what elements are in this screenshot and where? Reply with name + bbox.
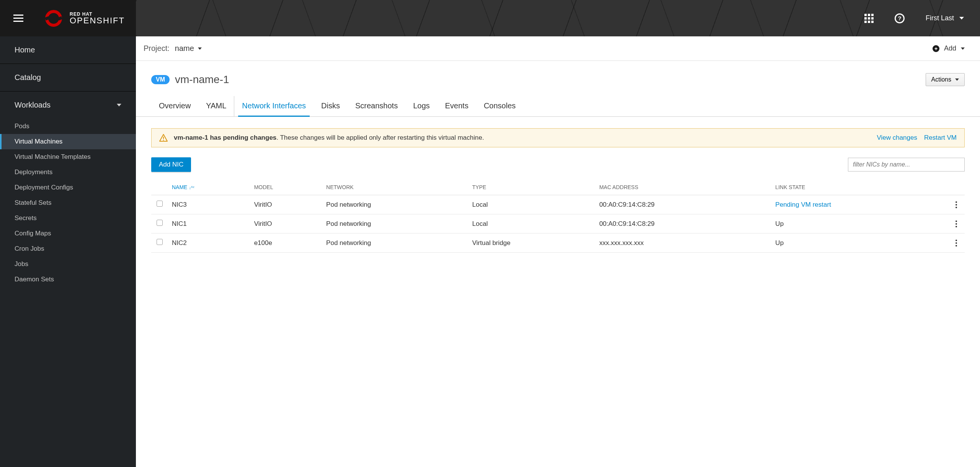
sidebar-item-daemon-sets[interactable]: Daemon Sets bbox=[0, 272, 136, 287]
cell-model: ViritIO bbox=[251, 214, 323, 234]
alert-text: vm-name-1 has pending changes. These cha… bbox=[174, 134, 484, 142]
table-row: NIC2e100ePod networkingVirtual bridgexxx… bbox=[151, 234, 965, 253]
restart-vm-link[interactable]: Restart VM bbox=[924, 134, 957, 142]
vm-badge: VM bbox=[151, 75, 170, 84]
sidebar-item-cron-jobs[interactable]: Cron Jobs bbox=[0, 241, 136, 256]
svg-point-4 bbox=[163, 140, 164, 140]
chevron-down-icon bbox=[955, 78, 959, 81]
nics-table: NAME↓ᴬᶻ MODEL NETWORK TYPE MAC ADDRESS L… bbox=[151, 180, 965, 253]
brand-logo: RED HAT OPENSHIFT bbox=[44, 9, 125, 28]
sidebar-item-jobs[interactable]: Jobs bbox=[0, 256, 136, 272]
add-button[interactable]: + Add bbox=[933, 44, 965, 52]
cell-mac: xxx.xxx.xxx.xxx bbox=[596, 234, 772, 253]
cell-network: Pod networking bbox=[323, 234, 469, 253]
cell-link: Up bbox=[772, 234, 949, 253]
tab-logs[interactable]: Logs bbox=[405, 96, 437, 116]
cell-type: Local bbox=[469, 195, 596, 214]
cell-name: NIC1 bbox=[169, 214, 251, 234]
chevron-down-icon bbox=[961, 47, 965, 50]
table-row: NIC1ViritIOPod networkingLocal00:A0:C9:1… bbox=[151, 214, 965, 234]
col-network[interactable]: NETWORK bbox=[323, 180, 469, 195]
row-kebab-menu[interactable] bbox=[952, 201, 960, 208]
sidebar-item-secrets[interactable]: Secrets bbox=[0, 211, 136, 226]
cell-type: Virtual bridge bbox=[469, 234, 596, 253]
warning-icon bbox=[159, 134, 168, 142]
sidebar: Home Catalog Workloads PodsVirtual Machi… bbox=[0, 36, 136, 467]
cell-model: e100e bbox=[251, 234, 323, 253]
cell-model: ViritIO bbox=[251, 195, 323, 214]
tab-events[interactable]: Events bbox=[438, 96, 476, 116]
sidebar-item-deployments[interactable]: Deployments bbox=[0, 165, 136, 180]
user-name: First Last bbox=[926, 14, 954, 22]
cell-network: Pod networking bbox=[323, 195, 469, 214]
openshift-icon bbox=[44, 9, 63, 28]
cell-link: Up bbox=[772, 214, 949, 234]
cell-type: Local bbox=[469, 214, 596, 234]
tab-screanshots[interactable]: Screanshots bbox=[348, 96, 405, 116]
row-checkbox[interactable] bbox=[157, 201, 163, 207]
col-name[interactable]: NAME↓ᴬᶻ bbox=[169, 180, 251, 195]
sidebar-home[interactable]: Home bbox=[0, 36, 136, 64]
col-type[interactable]: TYPE bbox=[469, 180, 596, 195]
user-menu[interactable]: First Last bbox=[926, 14, 964, 22]
cell-network: Pod networking bbox=[323, 214, 469, 234]
hamburger-menu[interactable] bbox=[13, 15, 23, 22]
brand-line2: OPENSHIFT bbox=[70, 16, 125, 25]
cell-mac: 00:A0:C9:14:C8:29 bbox=[596, 214, 772, 234]
chevron-down-icon bbox=[117, 104, 121, 106]
row-kebab-menu[interactable] bbox=[952, 220, 960, 227]
actions-button[interactable]: Actions bbox=[926, 73, 965, 86]
add-nic-button[interactable]: Add NIC bbox=[151, 157, 191, 172]
row-kebab-menu[interactable] bbox=[952, 240, 960, 247]
cell-link: Pending VM restart bbox=[772, 195, 949, 214]
sidebar-item-virtual-machines[interactable]: Virtual Machines bbox=[0, 134, 136, 149]
chevron-down-icon bbox=[198, 47, 202, 50]
sidebar-item-pods[interactable]: Pods bbox=[0, 119, 136, 134]
app-launcher-icon[interactable] bbox=[864, 14, 874, 23]
cell-name: NIC2 bbox=[169, 234, 251, 253]
sort-icon: ↓ᴬᶻ bbox=[189, 185, 194, 190]
sidebar-item-config-maps[interactable]: Config Maps bbox=[0, 226, 136, 241]
chevron-down-icon bbox=[959, 17, 964, 20]
col-mac[interactable]: MAC ADDRESS bbox=[596, 180, 772, 195]
sidebar-catalog[interactable]: Catalog bbox=[0, 64, 136, 91]
project-selector[interactable]: name bbox=[175, 44, 202, 53]
tab-overview[interactable]: Overview bbox=[151, 96, 198, 116]
cell-mac: 00:A0:C9:14:C8:29 bbox=[596, 195, 772, 214]
table-row: NIC3ViritIOPod networkingLocal00:A0:C9:1… bbox=[151, 195, 965, 214]
col-model[interactable]: MODEL bbox=[251, 180, 323, 195]
tab-disks[interactable]: Disks bbox=[314, 96, 348, 116]
sidebar-item-virtual-machine-templates[interactable]: Virtual Machine Templates bbox=[0, 149, 136, 165]
sidebar-workloads[interactable]: Workloads bbox=[0, 91, 136, 119]
page-title: vm-name-1 bbox=[175, 73, 229, 86]
sidebar-item-stateful-sets[interactable]: Stateful Sets bbox=[0, 195, 136, 211]
sidebar-item-deployment-configs[interactable]: Deployment Configs bbox=[0, 180, 136, 195]
tab-consoles[interactable]: Consoles bbox=[476, 96, 523, 116]
tab-yaml[interactable]: YAML bbox=[198, 96, 234, 116]
help-icon[interactable]: ? bbox=[895, 13, 905, 23]
project-label: Project: bbox=[144, 44, 170, 53]
pending-changes-alert: vm-name-1 has pending changes. These cha… bbox=[151, 128, 965, 147]
plus-circle-icon: + bbox=[933, 45, 939, 52]
row-checkbox[interactable] bbox=[157, 239, 163, 245]
col-link[interactable]: LINK STATE bbox=[772, 180, 949, 195]
tab-network-interfaces[interactable]: Network Interfaces bbox=[234, 96, 314, 116]
row-checkbox[interactable] bbox=[157, 220, 163, 226]
cell-name: NIC3 bbox=[169, 195, 251, 214]
view-changes-link[interactable]: View changes bbox=[877, 134, 917, 142]
filter-nics-input[interactable] bbox=[848, 158, 965, 171]
